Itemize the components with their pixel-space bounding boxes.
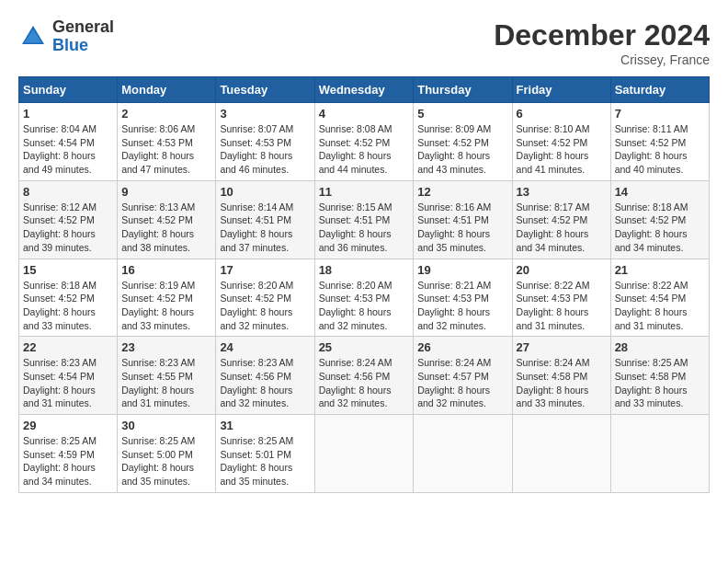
calendar-cell: 21 Sunrise: 8:22 AMSunset: 4:54 PMDaylig… [610, 259, 709, 337]
day-number: 26 [417, 340, 507, 354]
day-info: Sunrise: 8:25 AMSunset: 4:58 PMDaylight:… [615, 356, 705, 410]
calendar-week-row: 22 Sunrise: 8:23 AMSunset: 4:54 PMDaylig… [19, 337, 710, 415]
day-info: Sunrise: 8:20 AMSunset: 4:53 PMDaylight:… [319, 279, 410, 333]
day-info: Sunrise: 8:24 AMSunset: 4:57 PMDaylight:… [417, 356, 507, 410]
day-number: 4 [319, 107, 410, 121]
day-info: Sunrise: 8:24 AMSunset: 4:56 PMDaylight:… [319, 356, 410, 410]
day-info: Sunrise: 8:21 AMSunset: 4:53 PMDaylight:… [417, 279, 507, 333]
calendar-cell: 11 Sunrise: 8:15 AMSunset: 4:51 PMDaylig… [314, 180, 414, 259]
day-number: 22 [23, 340, 113, 354]
calendar-cell [512, 415, 610, 493]
day-info: Sunrise: 8:22 AMSunset: 4:53 PMDaylight:… [517, 279, 607, 333]
day-info: Sunrise: 8:12 AMSunset: 4:52 PMDaylight:… [23, 201, 113, 255]
calendar-cell: 10 Sunrise: 8:14 AMSunset: 4:51 PMDaylig… [216, 180, 314, 259]
day-number: 27 [517, 340, 607, 354]
calendar-week-row: 1 Sunrise: 8:04 AMSunset: 4:54 PMDayligh… [19, 103, 710, 181]
col-friday: Friday [512, 77, 610, 103]
day-info: Sunrise: 8:11 AMSunset: 4:52 PMDaylight:… [615, 122, 705, 177]
day-info: Sunrise: 8:18 AMSunset: 4:52 PMDaylight:… [23, 279, 113, 333]
calendar-cell: 26 Sunrise: 8:24 AMSunset: 4:57 PMDaylig… [414, 337, 512, 415]
day-number: 15 [23, 263, 113, 277]
day-number: 6 [517, 107, 607, 121]
calendar-cell [314, 415, 414, 493]
col-thursday: Thursday [414, 77, 512, 103]
day-number: 31 [220, 419, 310, 432]
calendar-cell: 5 Sunrise: 8:09 AMSunset: 4:52 PMDayligh… [414, 103, 512, 181]
day-info: Sunrise: 8:23 AMSunset: 4:55 PMDaylight:… [121, 356, 211, 410]
day-number: 9 [121, 185, 211, 199]
header: General Blue December 2024 Crissey, Fran… [18, 18, 710, 67]
day-number: 12 [417, 185, 507, 199]
calendar-cell: 4 Sunrise: 8:08 AMSunset: 4:52 PMDayligh… [314, 103, 414, 181]
calendar-cell: 31 Sunrise: 8:25 AMSunset: 5:01 PMDaylig… [216, 415, 314, 493]
day-info: Sunrise: 8:10 AMSunset: 4:52 PMDaylight:… [517, 122, 607, 177]
calendar-cell: 18 Sunrise: 8:20 AMSunset: 4:53 PMDaylig… [314, 259, 414, 337]
calendar-cell: 14 Sunrise: 8:18 AMSunset: 4:52 PMDaylig… [610, 180, 709, 259]
day-number: 13 [517, 185, 607, 199]
logo-text: General Blue [52, 18, 114, 55]
day-number: 23 [121, 340, 211, 354]
day-info: Sunrise: 8:14 AMSunset: 4:51 PMDaylight:… [220, 201, 310, 255]
calendar-cell: 24 Sunrise: 8:23 AMSunset: 4:56 PMDaylig… [216, 337, 314, 415]
calendar-cell: 17 Sunrise: 8:20 AMSunset: 4:52 PMDaylig… [216, 259, 314, 337]
day-number: 5 [417, 107, 507, 121]
day-info: Sunrise: 8:04 AMSunset: 4:54 PMDaylight:… [23, 122, 113, 177]
calendar-week-row: 29 Sunrise: 8:25 AMSunset: 4:59 PMDaylig… [19, 415, 710, 493]
day-number: 16 [121, 263, 211, 277]
calendar-cell: 28 Sunrise: 8:25 AMSunset: 4:58 PMDaylig… [610, 337, 709, 415]
day-number: 8 [23, 185, 113, 199]
calendar-cell: 27 Sunrise: 8:24 AMSunset: 4:58 PMDaylig… [512, 337, 610, 415]
day-info: Sunrise: 8:18 AMSunset: 4:52 PMDaylight:… [615, 201, 705, 255]
day-info: Sunrise: 8:25 AMSunset: 5:00 PMDaylight:… [121, 434, 211, 488]
day-number: 10 [220, 185, 310, 199]
col-saturday: Saturday [610, 77, 709, 103]
calendar-cell: 23 Sunrise: 8:23 AMSunset: 4:55 PMDaylig… [118, 337, 216, 415]
day-number: 17 [220, 263, 310, 277]
calendar-cell: 13 Sunrise: 8:17 AMSunset: 4:52 PMDaylig… [512, 180, 610, 259]
calendar-cell [414, 415, 512, 493]
day-info: Sunrise: 8:09 AMSunset: 4:52 PMDaylight:… [417, 122, 507, 177]
calendar-cell: 22 Sunrise: 8:23 AMSunset: 4:54 PMDaylig… [19, 337, 118, 415]
calendar-cell: 29 Sunrise: 8:25 AMSunset: 4:59 PMDaylig… [19, 415, 118, 493]
day-info: Sunrise: 8:23 AMSunset: 4:56 PMDaylight:… [220, 356, 310, 410]
calendar-cell: 25 Sunrise: 8:24 AMSunset: 4:56 PMDaylig… [314, 337, 414, 415]
col-tuesday: Tuesday [216, 77, 314, 103]
logo-blue-text: Blue [52, 37, 114, 55]
col-wednesday: Wednesday [314, 77, 414, 103]
day-info: Sunrise: 8:15 AMSunset: 4:51 PMDaylight:… [319, 201, 410, 255]
day-number: 2 [121, 107, 211, 121]
day-info: Sunrise: 8:17 AMSunset: 4:52 PMDaylight:… [517, 201, 607, 255]
calendar-cell: 7 Sunrise: 8:11 AMSunset: 4:52 PMDayligh… [610, 103, 709, 181]
calendar-cell: 8 Sunrise: 8:12 AMSunset: 4:52 PMDayligh… [19, 180, 118, 259]
title-area: December 2024 Crissey, France [494, 18, 710, 67]
day-number: 18 [319, 263, 410, 277]
day-number: 11 [319, 185, 410, 199]
day-info: Sunrise: 8:22 AMSunset: 4:54 PMDaylight:… [615, 279, 705, 333]
day-number: 1 [23, 107, 113, 121]
day-info: Sunrise: 8:24 AMSunset: 4:58 PMDaylight:… [517, 356, 607, 410]
day-info: Sunrise: 8:16 AMSunset: 4:51 PMDaylight:… [417, 201, 507, 255]
calendar-cell: 19 Sunrise: 8:21 AMSunset: 4:53 PMDaylig… [414, 259, 512, 337]
day-info: Sunrise: 8:23 AMSunset: 4:54 PMDaylight:… [23, 356, 113, 410]
calendar-cell: 6 Sunrise: 8:10 AMSunset: 4:52 PMDayligh… [512, 103, 610, 181]
location-subtitle: Crissey, France [494, 52, 710, 67]
calendar-table: Sunday Monday Tuesday Wednesday Thursday… [18, 76, 710, 493]
month-year-title: December 2024 [494, 18, 710, 52]
day-info: Sunrise: 8:06 AMSunset: 4:53 PMDaylight:… [121, 122, 211, 177]
calendar-header-row: Sunday Monday Tuesday Wednesday Thursday… [19, 77, 710, 103]
calendar-cell: 1 Sunrise: 8:04 AMSunset: 4:54 PMDayligh… [19, 103, 118, 181]
day-number: 29 [23, 419, 113, 432]
calendar-cell: 15 Sunrise: 8:18 AMSunset: 4:52 PMDaylig… [19, 259, 118, 337]
day-number: 21 [615, 263, 705, 277]
calendar-cell: 16 Sunrise: 8:19 AMSunset: 4:52 PMDaylig… [118, 259, 216, 337]
logo-general-text: General [52, 18, 114, 37]
calendar-cell: 3 Sunrise: 8:07 AMSunset: 4:53 PMDayligh… [216, 103, 314, 181]
logo-icon [18, 22, 48, 52]
day-number: 7 [615, 107, 705, 121]
day-number: 28 [615, 340, 705, 354]
calendar-week-row: 8 Sunrise: 8:12 AMSunset: 4:52 PMDayligh… [19, 180, 710, 259]
calendar-cell: 2 Sunrise: 8:06 AMSunset: 4:53 PMDayligh… [118, 103, 216, 181]
day-number: 19 [417, 263, 507, 277]
day-number: 3 [220, 107, 310, 121]
day-info: Sunrise: 8:08 AMSunset: 4:52 PMDaylight:… [319, 122, 410, 177]
